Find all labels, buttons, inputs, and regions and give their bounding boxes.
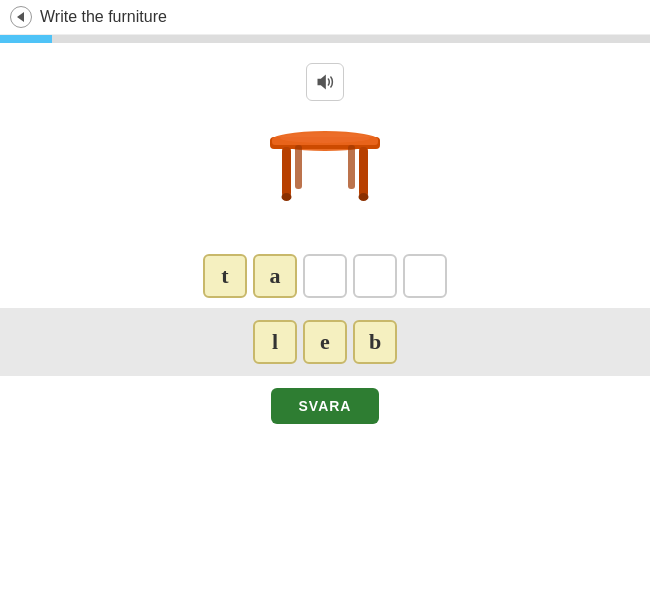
submit-area: SVARA — [0, 376, 650, 436]
table-svg — [260, 109, 390, 209]
letter-slots: t a — [203, 254, 447, 298]
sound-icon — [315, 72, 335, 92]
main-content — [0, 43, 650, 239]
submit-button[interactable]: SVARA — [271, 388, 380, 424]
svg-point-4 — [280, 133, 370, 143]
svg-marker-0 — [318, 75, 326, 90]
svg-point-10 — [359, 193, 369, 201]
available-letter-b[interactable]: b — [353, 320, 397, 364]
page-title: Write the furniture — [40, 8, 167, 26]
back-button[interactable] — [10, 6, 32, 28]
progress-bar-fill — [0, 35, 52, 43]
sound-button[interactable] — [306, 63, 344, 101]
progress-bar-container — [0, 35, 650, 43]
svg-rect-8 — [348, 145, 355, 189]
back-arrow-icon — [17, 12, 24, 22]
slot-4[interactable] — [403, 254, 447, 298]
header: Write the furniture — [0, 0, 650, 35]
answer-area: t a — [0, 239, 650, 308]
available-letter-l[interactable]: l — [253, 320, 297, 364]
slot-1[interactable]: a — [253, 254, 297, 298]
furniture-image — [260, 109, 390, 209]
slot-3[interactable] — [353, 254, 397, 298]
slot-2[interactable] — [303, 254, 347, 298]
svg-rect-7 — [295, 145, 302, 189]
svg-rect-5 — [282, 147, 291, 197]
svg-rect-6 — [359, 147, 368, 197]
bottom-area: t a l e b SVARA — [0, 239, 650, 436]
slot-0[interactable]: t — [203, 254, 247, 298]
available-letter-e[interactable]: e — [303, 320, 347, 364]
available-letters-row: l e b — [0, 308, 650, 376]
svg-point-9 — [282, 193, 292, 201]
